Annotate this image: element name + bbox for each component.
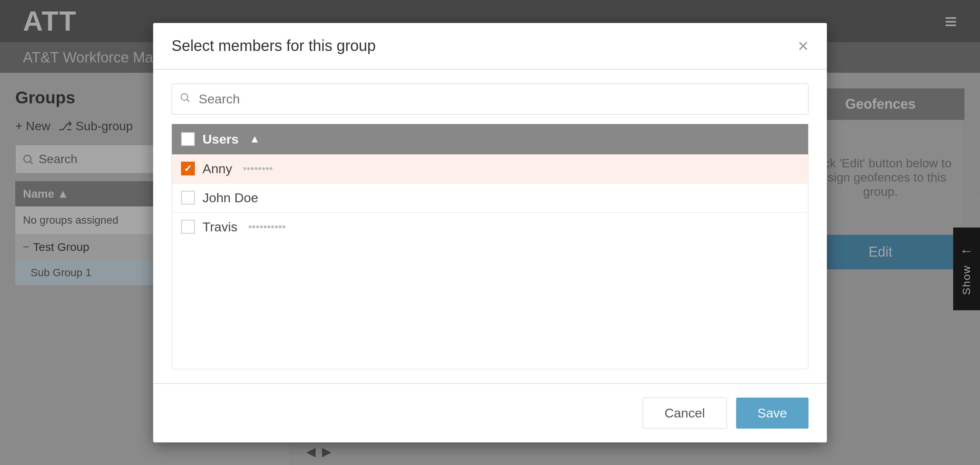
- modal-dialog: Select members for this group ×: [153, 23, 827, 442]
- modal-search-wrapper: [172, 84, 808, 115]
- member-row: Anny ••••••••: [172, 154, 808, 183]
- members-list-body: Anny •••••••• John Doe Travis ••••: [172, 154, 808, 369]
- member-checkbox-travis[interactable]: [181, 220, 195, 234]
- cancel-button[interactable]: Cancel: [643, 398, 727, 429]
- member-checkbox-anny[interactable]: [181, 162, 195, 175]
- modal-overlay: Select members for this group ×: [0, 0, 980, 465]
- member-email-travis: ••••••••••: [248, 221, 286, 233]
- member-name-johndoe: John Doe: [203, 190, 258, 205]
- member-name-travis: Travis: [203, 219, 237, 234]
- member-row: John Doe: [172, 183, 808, 213]
- modal-search-input[interactable]: [172, 84, 808, 115]
- member-checkbox-johndoe[interactable]: [181, 191, 195, 205]
- member-name-anny: Anny: [203, 161, 232, 176]
- svg-point-0: [181, 94, 188, 101]
- member-row: Travis ••••••••••: [172, 213, 808, 241]
- save-button[interactable]: Save: [736, 398, 809, 429]
- modal-search-icon: [179, 92, 191, 106]
- select-all-checkbox[interactable]: [181, 132, 195, 146]
- modal-body: Users ▲ Anny ••••••••: [153, 70, 827, 383]
- modal-footer: Cancel Save: [153, 383, 827, 442]
- app-background: ATT ≡ AT&T Workforce Manager Groups + Ne…: [0, 0, 980, 465]
- modal-header: Select members for this group ×: [153, 23, 827, 70]
- users-column-label: Users: [203, 132, 239, 147]
- modal-close-button[interactable]: ×: [798, 37, 808, 55]
- svg-line-1: [187, 100, 189, 102]
- sort-chevron-icon: ▲: [250, 133, 260, 145]
- modal-title: Select members for this group: [172, 37, 376, 54]
- member-email-anny: ••••••••: [243, 162, 273, 175]
- members-table-header: Users ▲: [172, 124, 808, 154]
- members-table: Users ▲ Anny ••••••••: [172, 124, 808, 369]
